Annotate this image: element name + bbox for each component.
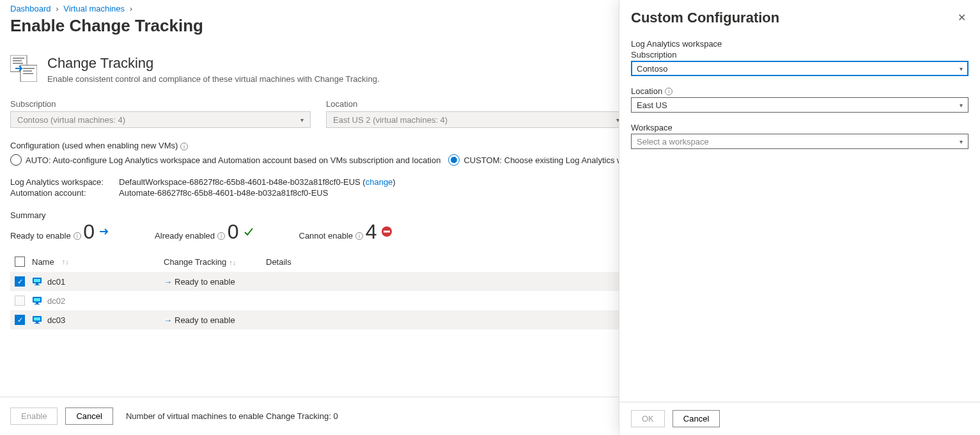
row-name: dc01 bbox=[47, 277, 65, 287]
change-tracking-icon bbox=[10, 55, 37, 82]
ready-value: 0 bbox=[83, 221, 95, 242]
svg-rect-11 bbox=[34, 279, 40, 282]
chevron-down-icon: ▾ bbox=[960, 65, 963, 72]
sort-icon[interactable]: ↑↓ bbox=[229, 258, 236, 266]
info-icon[interactable]: i bbox=[74, 232, 81, 240]
svg-rect-12 bbox=[36, 283, 38, 285]
row-checkbox[interactable]: ✓ bbox=[15, 315, 25, 325]
law-label: Log Analytics workspace bbox=[631, 39, 968, 49]
already-label: Already enabled bbox=[155, 231, 215, 241]
panel-location-select[interactable]: East US ▾ bbox=[631, 97, 968, 113]
info-icon[interactable]: i bbox=[180, 143, 188, 150]
col-details[interactable]: Details bbox=[266, 257, 292, 267]
svg-rect-15 bbox=[34, 298, 40, 301]
row-checkbox[interactable]: ✓ bbox=[15, 276, 25, 287]
subscription-dropdown[interactable]: Contoso (virtual machines: 4) ▾ bbox=[10, 111, 311, 128]
already-card: Already enabled i 0 bbox=[155, 221, 254, 242]
row-status: Ready to enable bbox=[175, 277, 235, 287]
info-icon[interactable]: i bbox=[665, 88, 673, 95]
subscription-label: Subscription bbox=[10, 99, 311, 109]
panel-cancel-button[interactable]: Cancel bbox=[673, 410, 720, 427]
custom-config-panel: Custom Configuration ✕ Log Analytics wor… bbox=[619, 0, 980, 435]
footer-text: Number of virtual machines to enable Cha… bbox=[126, 411, 338, 421]
breadcrumb-dashboard[interactable]: Dashboard bbox=[10, 4, 51, 13]
breadcrumb-sep: › bbox=[130, 4, 132, 13]
breadcrumb-sep: › bbox=[56, 4, 58, 13]
svg-rect-3 bbox=[13, 63, 23, 64]
svg-rect-6 bbox=[23, 70, 32, 72]
svg-rect-7 bbox=[23, 73, 33, 74]
svg-rect-16 bbox=[36, 303, 38, 304]
subscription-value: Contoso (virtual machines: 4) bbox=[17, 115, 125, 125]
svg-rect-9 bbox=[384, 231, 390, 233]
panel-workspace-value: Select a workspace bbox=[637, 137, 709, 146]
col-ct[interactable]: Change Tracking bbox=[164, 257, 226, 267]
panel-location-label: Location bbox=[631, 86, 662, 96]
vm-icon bbox=[32, 276, 42, 287]
feature-desc: Enable consistent control and compliance… bbox=[47, 74, 380, 84]
panel-location-value: East US bbox=[637, 100, 667, 110]
select-all-checkbox[interactable] bbox=[15, 257, 25, 267]
panel-subscription-select[interactable]: Contoso ▾ bbox=[631, 61, 968, 76]
svg-rect-21 bbox=[35, 323, 40, 324]
chevron-down-icon: ▾ bbox=[960, 102, 963, 109]
location-dropdown[interactable]: East US 2 (virtual machines: 4) ▾ bbox=[326, 111, 626, 128]
svg-rect-13 bbox=[35, 285, 40, 285]
info-icon[interactable]: i bbox=[355, 232, 363, 240]
sort-icon[interactable]: ↑↓ bbox=[62, 258, 69, 265]
automation-key: Automation account: bbox=[10, 188, 119, 198]
panel-ok-button[interactable]: OK bbox=[631, 410, 665, 427]
cannot-card: Cannot enable i 4 bbox=[299, 221, 393, 242]
enable-button[interactable]: Enable bbox=[10, 407, 58, 425]
breadcrumb-vms[interactable]: Virtual machines bbox=[63, 4, 125, 13]
workspace-key: Log Analytics workspace: bbox=[10, 177, 119, 187]
svg-rect-19 bbox=[34, 317, 40, 320]
row-checkbox[interactable] bbox=[15, 296, 25, 306]
chevron-down-icon: ▾ bbox=[960, 138, 963, 145]
svg-rect-2 bbox=[13, 60, 22, 61]
col-name[interactable]: Name bbox=[32, 257, 54, 267]
radio-auto[interactable]: AUTO: Auto-configure Log Analytics works… bbox=[10, 154, 440, 166]
row-name: dc03 bbox=[47, 315, 65, 325]
automation-val: Automate-68627f8c-65b8-4601-b48e-b032a81… bbox=[119, 188, 328, 198]
arrow-icon bbox=[98, 226, 110, 237]
panel-workspace-label: Workspace bbox=[631, 123, 968, 132]
blocked-icon bbox=[381, 226, 393, 237]
svg-rect-5 bbox=[23, 68, 35, 69]
panel-subscription-label: Subscription bbox=[631, 50, 968, 59]
arrow-icon: → bbox=[164, 277, 172, 287]
footer: Enable Cancel Number of virtual machines… bbox=[0, 397, 619, 435]
close-icon[interactable]: ✕ bbox=[955, 9, 968, 26]
ready-card: Ready to enable i 0 bbox=[10, 221, 110, 242]
already-value: 0 bbox=[228, 221, 239, 242]
workspace-val: DefaultWorkspace-68627f8c-65b8-4601-b48e… bbox=[119, 177, 396, 187]
change-link[interactable]: change bbox=[366, 177, 393, 187]
panel-subscription-value: Contoso bbox=[637, 64, 667, 74]
ready-label: Ready to enable bbox=[10, 231, 71, 241]
location-label: Location bbox=[326, 99, 626, 109]
info-icon[interactable]: i bbox=[217, 232, 225, 240]
arrow-icon: → bbox=[164, 315, 172, 325]
row-status: Ready to enable bbox=[175, 315, 235, 325]
feature-title: Change Tracking bbox=[47, 55, 380, 72]
svg-rect-1 bbox=[13, 58, 24, 59]
location-value: East US 2 (virtual machines: 4) bbox=[333, 115, 447, 125]
vm-icon bbox=[32, 315, 42, 325]
check-icon bbox=[243, 226, 254, 237]
cannot-value: 4 bbox=[366, 221, 377, 242]
svg-rect-17 bbox=[35, 304, 40, 304]
cancel-button[interactable]: Cancel bbox=[65, 407, 113, 425]
panel-workspace-select[interactable]: Select a workspace ▾ bbox=[631, 134, 968, 149]
cannot-label: Cannot enable bbox=[299, 231, 354, 241]
vm-icon bbox=[32, 296, 42, 306]
svg-rect-20 bbox=[36, 322, 38, 323]
row-name: dc02 bbox=[47, 296, 65, 306]
panel-title: Custom Configuration bbox=[631, 10, 779, 26]
chevron-down-icon: ▾ bbox=[300, 116, 304, 123]
radio-auto-label: AUTO: Auto-configure Log Analytics works… bbox=[26, 155, 440, 165]
